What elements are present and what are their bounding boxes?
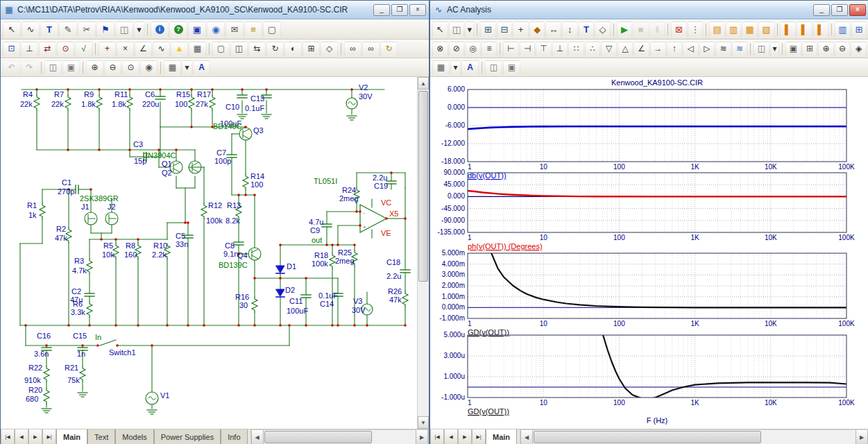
component-label[interactable]: 100 xyxy=(250,180,263,189)
component-label[interactable]: D1 xyxy=(287,262,296,271)
component-label[interactable]: C11 xyxy=(289,297,303,305)
scroll-thumb[interactable] xyxy=(264,431,373,443)
component-label[interactable]: V1 xyxy=(160,391,169,400)
log-x-icon[interactable]: ⊤ xyxy=(536,42,552,56)
component-label[interactable]: 220u xyxy=(142,100,159,108)
shape-icon[interactable]: ◇ xyxy=(321,42,338,56)
scroll-down-button[interactable]: ▼ xyxy=(418,416,429,429)
pause-icon[interactable]: ‖ xyxy=(649,22,665,37)
cursor-mode-icon[interactable]: + xyxy=(513,22,529,37)
grid-snap-icon[interactable]: ▦ xyxy=(164,60,181,75)
zoom-off-icon[interactable]: ⊘ xyxy=(449,42,465,56)
paste-icon[interactable]: ▣ xyxy=(503,60,520,75)
page-copy-icon[interactable]: ◫ xyxy=(230,42,248,56)
component-label[interactable]: R16 xyxy=(235,293,249,301)
x-axis-icon[interactable]: ⊢ xyxy=(503,42,519,56)
stop-icon[interactable]: ■ xyxy=(633,22,649,37)
component-label[interactable]: 3.3k xyxy=(71,308,85,316)
step-box-icon[interactable]: ⊞ xyxy=(303,42,320,56)
info-icon[interactable]: i xyxy=(151,22,169,37)
tab-nav-1[interactable]: ◀ xyxy=(15,429,28,444)
component-label[interactable]: C2 xyxy=(71,287,81,296)
component-label[interactable]: R21 xyxy=(65,364,78,372)
trace-ph-v-OUT-[interactable] xyxy=(468,191,846,196)
component-label[interactable]: 1.8k xyxy=(81,100,96,108)
tab-nav-0[interactable]: |◀ xyxy=(1,429,15,444)
grid-toggle-icon[interactable]: ∷ xyxy=(568,42,584,56)
component-label[interactable]: 30V xyxy=(352,306,366,314)
split-icon[interactable]: ⊞ xyxy=(802,42,818,56)
grid-icon[interactable]: ▦ xyxy=(189,42,206,56)
component-label[interactable]: C10 xyxy=(225,103,239,111)
zoom-in-icon[interactable]: ⊕ xyxy=(818,42,834,56)
component-label[interactable]: 33n xyxy=(176,240,188,248)
scroll-left-button[interactable]: ◀ xyxy=(520,430,533,444)
performance-icon[interactable]: ▌ xyxy=(780,22,796,37)
component-label[interactable]: J2 xyxy=(108,203,116,211)
zoom-out-icon[interactable]: ⊖ xyxy=(835,42,851,56)
component-label[interactable]: Q1 xyxy=(162,160,172,168)
component-label[interactable]: R14 xyxy=(250,172,264,180)
component-label[interactable]: R22 xyxy=(28,364,42,372)
breakpoints-icon[interactable]: ▦ xyxy=(742,22,758,37)
watch-icon[interactable]: ▥ xyxy=(726,22,742,37)
waterfall-icon[interactable]: ≋ xyxy=(732,42,748,56)
tab-nav-2[interactable]: ▶ xyxy=(28,429,42,444)
three-d-windows-icon[interactable]: ⊞ xyxy=(851,22,867,37)
component-label[interactable]: 0.1uF xyxy=(245,104,264,112)
camera-icon[interactable]: ◉ xyxy=(140,60,158,75)
component-label[interactable]: R24 xyxy=(342,186,356,194)
cross-wire-icon[interactable]: × xyxy=(117,42,134,56)
properties-menu-icon[interactable]: ≡ xyxy=(482,42,497,56)
component-label[interactable]: 47k xyxy=(55,234,67,242)
find-next-icon[interactable]: ∞ xyxy=(362,42,380,56)
tab-nav-2[interactable]: ▶ xyxy=(458,429,472,444)
auto-scale-icon[interactable]: ◎ xyxy=(465,42,481,56)
graphics-icon[interactable]: ◇ xyxy=(595,22,611,37)
scroll-track[interactable] xyxy=(418,89,429,416)
next-valley-icon[interactable]: ▷ xyxy=(699,42,715,56)
component-label[interactable]: C8 xyxy=(225,241,235,250)
component-label[interactable]: R15 xyxy=(176,90,190,99)
analysis-limits-icon[interactable]: ⊠ xyxy=(671,22,687,37)
delete-scope-icon[interactable]: ⊟ xyxy=(497,22,513,37)
component-label[interactable]: 2N3904C xyxy=(144,151,176,160)
component-label[interactable]: C14 xyxy=(320,300,334,308)
close-button[interactable]: × xyxy=(409,4,426,16)
component-label[interactable]: R7 xyxy=(54,90,64,99)
component-label[interactable]: 2meg xyxy=(339,194,359,203)
component-label[interactable]: C13 xyxy=(250,94,264,103)
currents-icon[interactable]: ⇄ xyxy=(39,42,56,56)
schematic-canvas[interactable]: -+ R422kR722kR91.8kR111.8kC6220uR15100R1… xyxy=(1,77,429,429)
component-label[interactable]: R26 xyxy=(388,287,402,296)
copy-dropdown-icon[interactable]: ▾ xyxy=(770,42,780,56)
trace-db-v-OUT-[interactable] xyxy=(468,126,846,129)
tag-point-icon[interactable]: ◆ xyxy=(529,22,545,37)
component-label[interactable]: 100k xyxy=(312,259,328,268)
log-y-icon[interactable]: ⊥ xyxy=(552,42,568,56)
component-label[interactable]: R8 xyxy=(126,241,135,250)
copy-graph-icon[interactable]: ◫ xyxy=(754,42,769,56)
component-label[interactable]: out xyxy=(312,236,322,244)
component-label[interactable]: R1 xyxy=(27,201,37,210)
list-icon[interactable]: ≡ xyxy=(244,22,262,37)
tag-vertical-icon[interactable]: ↕ xyxy=(562,22,578,37)
grid-dropdown-icon[interactable]: ▾ xyxy=(450,60,461,75)
component-label[interactable]: C9 xyxy=(310,226,320,234)
globe-icon[interactable]: ◉ xyxy=(207,22,225,37)
node-numbers-icon[interactable]: ⊡ xyxy=(3,42,20,56)
component-label[interactable]: 270p xyxy=(58,187,74,196)
find-icon[interactable]: ∞ xyxy=(344,42,361,56)
dropdown-arrow-icon[interactable]: ▾ xyxy=(134,22,144,37)
zoom-100-icon[interactable]: ⊙ xyxy=(122,60,139,75)
y-axis-icon[interactable]: ⊣ xyxy=(520,42,536,56)
flip-horizontal-icon[interactable]: ⇆ xyxy=(248,42,266,56)
scroll-right-button[interactable]: ▶ xyxy=(416,430,428,444)
tab-models[interactable]: Models xyxy=(115,429,153,444)
text-tool-icon[interactable]: T xyxy=(40,22,58,37)
restore-button[interactable]: ❐ xyxy=(391,4,408,16)
component-label[interactable]: VC xyxy=(381,198,391,207)
component-label[interactable]: 2.2u xyxy=(386,272,401,280)
component-label[interactable]: C19 xyxy=(374,182,388,190)
close-button[interactable]: × xyxy=(849,4,866,16)
